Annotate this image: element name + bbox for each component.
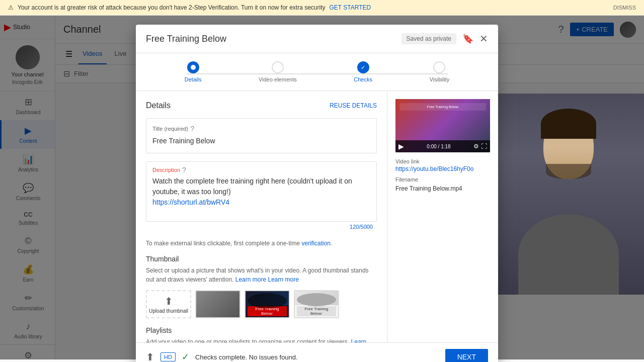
- video-link-url[interactable]: https://youtu.be/Blec16hyF0o: [395, 165, 490, 172]
- video-link-row: Video link https://youtu.be/Blec16hyF0o: [395, 158, 490, 172]
- title-help-icon[interactable]: ?: [190, 125, 194, 133]
- webcam-face: [493, 94, 644, 295]
- step-connector: [186, 73, 448, 74]
- step-details[interactable]: Details: [185, 61, 202, 82]
- settings-control-icon[interactable]: ⚙: [473, 143, 479, 150]
- warning-get-started[interactable]: GET STARTED: [330, 4, 371, 11]
- warning-icon: ⚠: [8, 4, 14, 11]
- modal-body: Details REUSE DETAILS Title (required) ?…: [136, 91, 498, 342]
- video-time: 0:00 / 1:18: [427, 144, 450, 149]
- step-details-label: Details: [185, 76, 202, 82]
- next-button[interactable]: NEXT: [445, 349, 488, 362]
- fullscreen-icon[interactable]: ⛶: [481, 143, 487, 150]
- step-video-elements[interactable]: Video elements: [259, 61, 297, 82]
- save-footer-icon[interactable]: ⬆: [146, 351, 154, 362]
- modal-header-right: Saved as private 🔖 ✕: [401, 33, 488, 45]
- playlist-section: Playlists Add your video to one or more …: [146, 326, 377, 342]
- video-preview: Free Training Below ▶ 0:00 / 1:18: [395, 99, 490, 152]
- video-controls: ▶: [398, 142, 404, 150]
- video-time-container: 0:00 / 1:18: [427, 144, 450, 149]
- webcam-overlay: [493, 94, 644, 295]
- upload-icon: ⬆: [165, 295, 173, 307]
- thumbnail-option-3[interactable]: Free Training Below:: [294, 290, 339, 318]
- title-field-label: Title (required) ?: [152, 125, 370, 133]
- hd-badge: HD: [160, 352, 176, 361]
- char-count: 120/5000: [146, 222, 377, 232]
- save-icon[interactable]: 🔖: [462, 33, 473, 44]
- field-hint: To make external links clickable, first …: [146, 240, 377, 247]
- filename-row: Filename Free Training Below.mp4: [395, 176, 490, 193]
- close-button[interactable]: ✕: [479, 33, 488, 45]
- thumbnail-option-1[interactable]: [195, 290, 240, 318]
- thumbnail-learn-more[interactable]: Learn more: [235, 276, 266, 283]
- video-extra-controls: ⚙ ⛶: [473, 143, 487, 150]
- warning-bar-actions: DISMISS: [613, 5, 636, 11]
- title-field-wrapper[interactable]: Title (required) ? Free Training Below: [146, 118, 377, 153]
- step-checks-circle: ✓: [357, 61, 369, 73]
- check-icon: ✓: [182, 351, 189, 362]
- saved-badge: Saved as private: [401, 33, 456, 44]
- play-button[interactable]: ▶: [398, 142, 404, 150]
- checks-text: Checks complete. No issues found.: [195, 353, 298, 361]
- upload-thumbnail-button[interactable]: ⬆ Upload thumbnail: [146, 290, 191, 318]
- app-container: ▶ Studio Your channel Incognito Erik ⊞ D…: [0, 16, 644, 359]
- step-visibility-circle: [433, 61, 445, 73]
- warning-dismiss[interactable]: DISMISS: [613, 5, 636, 11]
- filename-label: Filename: [395, 176, 490, 183]
- modal-title: Free Training Below: [146, 34, 226, 44]
- thumbnail-options: ⬆ Upload thumbnail Free: [146, 290, 377, 318]
- warning-text: Your account is at greater risk of attac…: [18, 4, 326, 11]
- title-field: Title (required) ? Free Training Below: [146, 118, 377, 153]
- description-help-icon[interactable]: ?: [182, 166, 186, 174]
- upload-modal: Free Training Below Saved as private 🔖 ✕…: [136, 25, 498, 362]
- svg-point-0: [191, 65, 196, 70]
- section-header: Details REUSE DETAILS: [146, 101, 377, 110]
- modal-steps: Details Video elements ✓ Checks Visibili…: [136, 53, 498, 91]
- modal-left-panel: Details REUSE DETAILS Title (required) ?…: [136, 91, 387, 342]
- thumbnail-option-2[interactable]: Free Training Below:: [245, 290, 290, 318]
- step-checks[interactable]: ✓ Checks: [354, 61, 372, 82]
- thumbnail-description: Select or upload a picture that shows wh…: [146, 266, 377, 284]
- step-visibility[interactable]: Visibility: [430, 61, 450, 82]
- filename-value: Free Training Below.mp4: [395, 185, 462, 192]
- playlist-description: Add your video to one or more playlists …: [146, 337, 377, 342]
- warning-bar: ⚠ Your account is at greater risk of att…: [0, 0, 644, 16]
- description-text[interactable]: Watch the complete free training right h…: [152, 176, 370, 208]
- section-title: Details: [146, 101, 171, 110]
- modal-footer: ⬆ HD ✓ Checks complete. No issues found.…: [136, 342, 498, 362]
- upload-thumbnail-label: Upload thumbnail: [149, 308, 188, 314]
- verification-link[interactable]: verification: [301, 240, 330, 247]
- modal-header: Free Training Below Saved as private 🔖 ✕: [136, 25, 498, 53]
- step-checks-label: Checks: [354, 76, 372, 82]
- thumbnail-learn-more-link[interactable]: Learn more: [268, 276, 298, 283]
- step-visibility-label: Visibility: [430, 76, 450, 82]
- footer-left: ⬆ HD ✓ Checks complete. No issues found.: [146, 351, 298, 362]
- thumbnail-title: Thumbnail: [146, 255, 377, 263]
- thumbnail-section: Thumbnail Select or upload a picture tha…: [146, 255, 377, 318]
- video-thumbnail: Free Training Below ▶ 0:00 / 1:18: [395, 99, 490, 152]
- reuse-details-link[interactable]: REUSE DETAILS: [330, 102, 377, 109]
- step-details-circle: [187, 61, 199, 73]
- step-video-elements-label: Video elements: [259, 76, 297, 82]
- description-field-label: Description ?: [152, 166, 370, 174]
- step-video-elements-circle: [272, 61, 284, 73]
- title-input[interactable]: Free Training Below: [152, 135, 370, 147]
- video-bottom-bar: ▶ 0:00 / 1:18 ⚙ ⛶: [395, 140, 490, 152]
- video-link-label: Video link: [395, 158, 490, 164]
- description-field: Description ? Watch the complete free tr…: [146, 161, 377, 232]
- playlist-title: Playlists: [146, 326, 377, 334]
- modal-right-panel: Free Training Below ▶ 0:00 / 1:18: [387, 91, 498, 342]
- description-url: https://shorturl.at/bwRV4: [152, 198, 229, 206]
- description-field-wrapper[interactable]: Description ? Watch the complete free tr…: [146, 161, 377, 222]
- warning-bar-left: ⚠ Your account is at greater risk of att…: [8, 4, 371, 11]
